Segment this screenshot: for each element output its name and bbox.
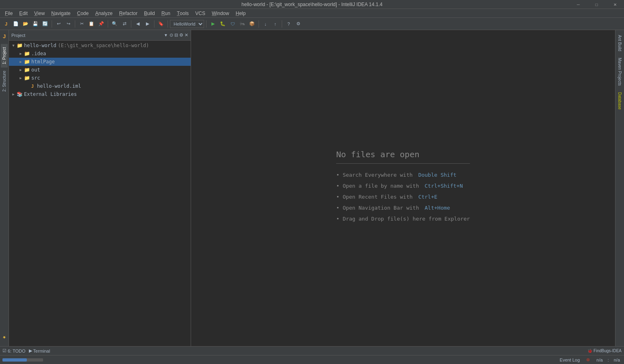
error-indicator[interactable]: ⊗ [585,357,591,362]
tree-item-src[interactable]: ▶ 📁 src [9,74,191,82]
progress-area [2,358,43,362]
iml-label: hello-world.iml [37,83,81,89]
status-left: ☑ 6: TODO ▶ Terminal [2,348,292,353]
menu-view[interactable]: View [31,9,48,18]
project-dropdown-arrow[interactable]: ▼ [164,33,168,37]
event-log-btn[interactable]: Event Log [558,358,582,362]
menu-build[interactable]: Build [141,9,158,18]
status-bar: ☑ 6: TODO ▶ Terminal 🐞 FindBugs-IDEA [0,346,624,355]
tree-item-out[interactable]: ▶ 📁 out [9,66,191,74]
menu-window[interactable]: Window [209,9,233,18]
cvs-update-btn[interactable]: ↓ [261,20,270,28]
findbugs-btn[interactable]: 🐞 FindBugs-IDEA [587,349,622,353]
run-config-dropdown[interactable]: HelloWorld [170,20,204,28]
save-btn[interactable]: 💾 [31,20,40,28]
minimize-button[interactable]: ─ [569,0,587,9]
sidebar-item-database[interactable]: Database [616,89,623,113]
build-artifacts-btn[interactable]: 📦 [248,20,257,28]
menu-navigate[interactable]: Navigate [48,9,74,18]
settings-icon[interactable]: ⚙ [179,32,183,38]
scroll-from-source-icon[interactable]: ⊙ [170,32,173,38]
position-indicator: n/a [595,358,604,362]
tree-item-idea[interactable]: ▶ 📁 .idea [9,50,191,58]
hint-open-file-text: Open a file by name with [343,183,422,189]
title-bar: hello-world - [E:\git_work_space\hello-w… [0,0,624,9]
hint-nav-bar: Open Navigation Bar with Alt+Home [336,205,470,211]
ant-btn[interactable]: 🐜 [238,20,247,28]
htmlpage-folder-icon: 📁 [24,58,30,65]
open-btn[interactable]: 📂 [21,20,30,28]
menu-analyze[interactable]: Analyze [92,9,116,18]
menu-run[interactable]: Run [158,9,174,18]
replace-btn[interactable]: ⇄ [120,20,129,28]
hint-drag-drop: Drag and Drop file(s) here from Explorer [336,216,470,222]
sidebar-item-maven-projects[interactable]: Maven Projects [616,54,623,89]
menu-refactor[interactable]: Refactor [116,9,141,18]
root-name: hello-world [24,43,56,48]
position2-indicator: n/a [612,358,622,362]
todo-btn[interactable]: ☑ 6: TODO [2,348,26,353]
terminal-label: Terminal [33,349,50,353]
settings-btn[interactable]: ⚙ [294,20,303,28]
src-label: src [31,75,40,81]
bottom-bar: Event Log ⊗ n/a : n/a [0,355,624,364]
new-btn[interactable]: 📄 [11,20,20,28]
hint-ctrl-e: Ctrl+E [418,194,437,200]
hint-drag-text: Drag and Drop file(s) here from Explorer [343,216,470,222]
cvs-commit-btn[interactable]: ↑ [271,20,280,28]
menu-bar: File Edit View Navigate Code Analyze Ref… [0,9,624,18]
idea-label: .idea [31,51,46,56]
copy-btn[interactable]: 📋 [87,20,96,28]
hint-recent-text: Open Recent Files with [343,194,416,200]
sidebar-item-ant-build[interactable]: Ant Build [616,32,623,54]
right-side-tabs: Ant Build Maven Projects Database [615,30,624,346]
menu-file[interactable]: File [2,9,16,18]
no-files-title: No files are open [336,150,470,164]
menu-vcs[interactable]: VCS [192,9,209,18]
menu-code[interactable]: Code [74,9,92,18]
close-button[interactable]: ✕ [606,0,624,9]
undo-btn[interactable]: ↩ [54,20,63,28]
menu-help[interactable]: Help [233,9,249,18]
tree-root[interactable]: ▼ 📁 hello-world (E:\git_work_space\hello… [9,41,191,50]
coverage-btn[interactable]: 🛡 [228,20,237,28]
sidebar-item-structure[interactable]: 2: Structure [1,67,8,95]
sep3 [108,20,108,28]
root-path: (E:\git_work_space\hello-world) [58,43,149,48]
forward-btn[interactable]: ▶ [143,20,152,28]
root-folder-icon: 📁 [16,42,23,49]
intellij-logo-btn[interactable]: J [2,20,11,28]
tree-item-htmlpage[interactable]: ▶ 📁 htmlPage [9,58,191,66]
sidebar-item-favorites[interactable]: ★ [1,332,8,343]
menu-tools[interactable]: Tools [174,9,192,18]
ext-libs-label: External Libraries [24,91,77,97]
hint-search-everywhere: Search Everywhere with Double Shift [336,172,470,178]
redo-btn[interactable]: ↪ [64,20,73,28]
collapse-all-icon[interactable]: ⊟ [174,32,178,38]
sep7 [206,20,207,28]
debug-btn[interactable]: 🐛 [218,20,227,28]
tree-item-ext-libs[interactable]: ▶ 📚 External Libraries [9,90,191,98]
tree-item-iml[interactable]: J hello-world.iml [9,82,191,90]
hint-search-text: Search Everywhere with [343,172,416,178]
bottom-left [2,358,558,362]
menu-edit[interactable]: Edit [16,9,31,18]
intellij-icon: J [0,32,9,41]
maximize-button[interactable]: □ [587,0,606,9]
sync-btn[interactable]: 🔄 [41,20,50,28]
sidebar-item-project[interactable]: 1: Project [1,44,8,67]
close-panel-icon[interactable]: ✕ [185,32,188,38]
cut-btn[interactable]: ✂ [77,20,86,28]
run-btn[interactable]: ▶ [209,20,217,28]
iml-icon: J [29,83,36,89]
sep2 [75,20,75,28]
terminal-btn[interactable]: ▶ Terminal [29,348,50,353]
src-arrow: ▶ [18,76,24,80]
paste-btn[interactable]: 📌 [97,20,106,28]
bookmarks-btn[interactable]: 🔖 [157,20,165,28]
project-tree: ▼ 📁 hello-world (E:\git_work_space\hello… [9,41,191,346]
hint-nav-text: Open Navigation Bar with [343,205,422,211]
find-btn[interactable]: 🔍 [110,20,119,28]
help-btn[interactable]: ? [284,20,293,28]
back-btn[interactable]: ◀ [133,20,142,28]
